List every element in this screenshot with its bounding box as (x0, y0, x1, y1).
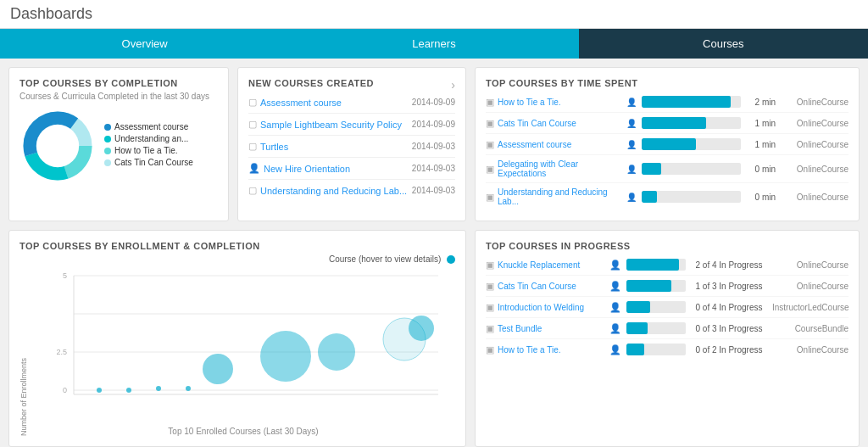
list-item: 👤 New Hire Orientation 2014-09-03 (248, 158, 455, 180)
person-icon: 👤 (626, 119, 637, 128)
scatter-plot: 5 2.5 0 (31, 267, 455, 424)
progress-track (626, 344, 686, 355)
course-checkbox-icon: ▣ (486, 344, 494, 355)
completion-legend: Assessment course Understanding an... Ho… (104, 122, 193, 170)
tab-learners[interactable]: Learners (289, 29, 578, 59)
progress-list: ▣ Knuckle Replacement 👤 2 of 4 In Progre… (486, 254, 849, 360)
progress-track (626, 322, 686, 334)
svg-point-22 (409, 316, 434, 341)
list-item: ▢ Turtles 2014-09-03 (248, 136, 455, 158)
progress-fill (626, 301, 650, 313)
tab-bar: Overview Learners Courses (0, 29, 868, 59)
progress-card: TOP COURSES IN PROGRESS ▣ Knuckle Replac… (475, 230, 860, 447)
svg-point-19 (260, 331, 311, 382)
svg-point-20 (318, 333, 355, 371)
progress-track (626, 280, 686, 292)
course-icon: ▢ (248, 185, 257, 196)
course-icon: ▢ (248, 119, 257, 130)
progress-fill (626, 280, 671, 292)
chart-legend: Course (hover to view details) (19, 254, 455, 264)
bar-fill (642, 191, 657, 203)
course-checkbox-icon: ▣ (486, 139, 494, 150)
bar-fill (642, 163, 661, 175)
page-title: Dashboards (10, 5, 858, 23)
bundle-icon: ▣ (486, 323, 494, 334)
progress-track (626, 259, 686, 271)
svg-point-17 (186, 386, 191, 391)
completion-card: TOP COURSES BY COMPLETION Courses & Curr… (8, 67, 229, 221)
bar-row: ▣ Delegating with Clear Expectations 👤 0… (486, 155, 849, 183)
list-item: ▢ Sample Lightbeam Security Policy 2014-… (248, 114, 455, 136)
bar-track (642, 138, 741, 150)
progress-title: TOP COURSES IN PROGRESS (486, 241, 849, 251)
time-spent-card: TOP COURSES BY TIME SPENT ▣ How to Tie a… (475, 67, 860, 221)
chevron-right-icon: › (451, 78, 455, 92)
completion-subtitle: Courses & Curricula Completed in the las… (19, 92, 218, 101)
svg-point-16 (156, 386, 161, 391)
new-courses-list: ▢ Assessment course 2014-09-09 ▢ Sample … (248, 92, 455, 201)
bar-row: ▣ Understanding and Reducing Lab... 👤 0 … (486, 183, 849, 210)
new-courses-title: NEW COURSES CREATED (248, 78, 455, 88)
person-icon: 👤 (609, 281, 621, 292)
x-axis-label: Top 10 Enrolled Courses (Last 30 Days) (31, 427, 455, 436)
completion-title: TOP COURSES BY COMPLETION (19, 78, 218, 88)
bar-track (642, 96, 741, 108)
donut-chart (19, 108, 96, 184)
time-spent-title: TOP COURSES BY TIME SPENT (486, 78, 849, 88)
person-icon: 👤 (609, 302, 621, 313)
enrollment-card: TOP COURSES BY ENROLLMENT & COMPLETION C… (8, 230, 466, 447)
progress-fill (626, 322, 648, 334)
bar-fill (642, 96, 731, 108)
person-icon: 👤 (626, 98, 637, 107)
person-icon: 👤 (626, 165, 637, 174)
progress-row: ▣ Introduction to Welding 👤 0 of 4 In Pr… (486, 297, 849, 318)
tab-overview[interactable]: Overview (0, 29, 289, 59)
bar-row: ▣ Assessment course 👤 1 min OnlineCourse (486, 134, 849, 155)
course-checkbox-icon: ▣ (486, 281, 494, 292)
instructor-icon: ▣ (486, 302, 494, 313)
page-header: Dashboards Overview Learners Courses (0, 0, 868, 59)
bar-track (642, 163, 741, 175)
progress-row: ▣ Knuckle Replacement 👤 2 of 4 In Progre… (486, 254, 849, 276)
svg-text:2.5: 2.5 (56, 348, 67, 356)
progress-row: ▣ Test Bundle 👤 0 of 3 In Progress Cours… (486, 318, 849, 339)
progress-row: ▣ How to Tie a Tie. 👤 0 of 2 In Progress… (486, 339, 849, 360)
course-icon: ▢ (248, 97, 257, 108)
person-icon: 👤 (626, 140, 637, 149)
time-spent-list: ▣ How to Tie a Tie. 👤 2 min OnlineCourse… (486, 92, 849, 210)
svg-point-15 (126, 388, 131, 393)
course-checkbox-icon: ▣ (486, 97, 494, 108)
course-icon: ▢ (248, 141, 257, 152)
tab-courses[interactable]: Courses (579, 29, 868, 59)
person-icon: 👤 (609, 260, 621, 271)
list-item: ▢ Assessment course 2014-09-09 (248, 92, 455, 114)
person-icon: 👤 (609, 323, 621, 334)
bar-track (642, 191, 741, 203)
person-icon: 👤 (609, 344, 621, 355)
y-axis-label: Number of Enrollments (19, 267, 28, 436)
bar-fill (642, 117, 706, 129)
svg-text:0: 0 (63, 386, 67, 394)
svg-point-18 (203, 354, 233, 384)
svg-point-14 (97, 388, 102, 393)
progress-track (626, 301, 686, 313)
person-icon: 👤 (248, 163, 260, 174)
person-icon: 👤 (626, 193, 637, 202)
progress-fill (626, 259, 679, 271)
progress-row: ▣ Cats Tin Can Course 👤 1 of 3 In Progre… (486, 276, 849, 297)
course-checkbox-icon: ▣ (486, 164, 494, 175)
svg-point-4 (36, 125, 79, 167)
course-checkbox-icon: ▣ (486, 260, 494, 271)
bar-track (642, 117, 741, 129)
bar-row: ▣ How to Tie a Tie. 👤 2 min OnlineCourse (486, 92, 849, 113)
course-checkbox-icon: ▣ (486, 118, 494, 129)
bar-row: ▣ Cats Tin Can Course 👤 1 min OnlineCour… (486, 113, 849, 134)
enrollment-title: TOP COURSES BY ENROLLMENT & COMPLETION (19, 241, 455, 251)
new-courses-card: › NEW COURSES CREATED ▢ Assessment cours… (237, 67, 466, 221)
bar-fill (642, 138, 696, 150)
progress-fill (626, 344, 644, 355)
list-item: ▢ Understanding and Reducing Lab... 2014… (248, 180, 455, 201)
course-checkbox-icon: ▣ (486, 192, 494, 203)
svg-text:5: 5 (63, 271, 67, 280)
